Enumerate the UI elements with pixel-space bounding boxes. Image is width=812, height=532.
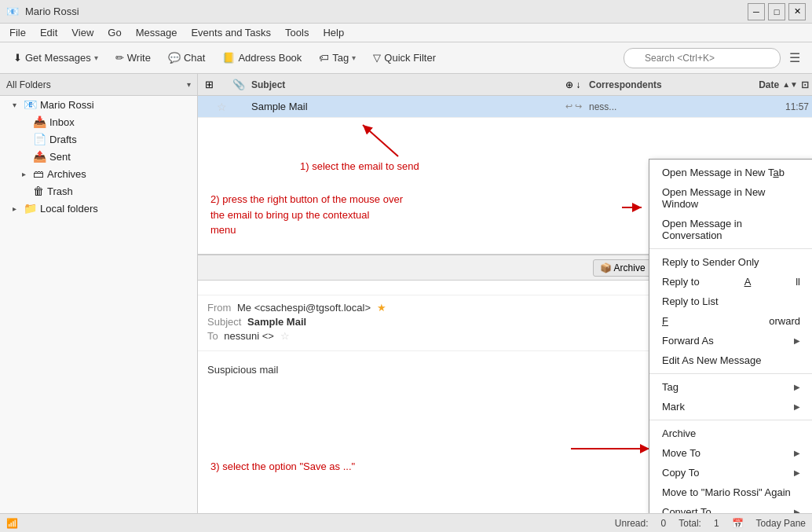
drafts-label: Drafts bbox=[49, 134, 77, 145]
archives-arrow[interactable]: ▸ bbox=[22, 170, 33, 178]
menu-edit[interactable]: Edit bbox=[34, 25, 64, 40]
col-subject-header[interactable]: Subject bbox=[248, 79, 565, 90]
ctx-edit-new-message[interactable]: Edit As New Message bbox=[649, 350, 812, 370]
ctx-forward-as[interactable]: Forward As ▶ bbox=[649, 331, 812, 350]
account-label: Mario Rossi bbox=[40, 99, 94, 111]
sidebar-item-inbox[interactable]: 📥 Inbox bbox=[0, 113, 197, 130]
account-icon: 📧 bbox=[24, 98, 37, 111]
menu-message[interactable]: Message bbox=[130, 25, 184, 40]
ctx-copy-to[interactable]: Copy To ▶ bbox=[649, 463, 812, 482]
ctx-move-mario-rossi[interactable]: Move to "Mario Rossi" Again bbox=[649, 482, 812, 502]
ctx-divider-3 bbox=[649, 420, 812, 420]
menu-go[interactable]: Go bbox=[101, 25, 127, 40]
write-icon: ✏ bbox=[115, 52, 124, 64]
inbox-icon: 📥 bbox=[33, 116, 46, 128]
minimize-button[interactable]: ─ bbox=[748, 3, 765, 20]
toolbar: ⬇ Get Messages ▾ ✏ Write 💬 Chat 📒 Addres… bbox=[0, 42, 812, 74]
inbox-label: Inbox bbox=[49, 116, 75, 128]
menu-view[interactable]: View bbox=[65, 25, 100, 40]
col-date-header[interactable]: Date ▲▼ ⊡ bbox=[746, 79, 809, 90]
menu-file[interactable]: File bbox=[3, 25, 32, 40]
status-bar: 📶 Unread: 0 Total: 1 📅 Today Pane bbox=[0, 513, 812, 532]
sidebar-collapse-arrow[interactable]: ▾ bbox=[187, 80, 191, 89]
main-layout: All Folders ▾ ▾ 📧 Mario Rossi 📥 Inbox 📄 … bbox=[0, 74, 812, 513]
subject-label: Subject bbox=[207, 316, 241, 328]
menu-events-tasks[interactable]: Events and Tasks bbox=[185, 25, 277, 40]
sidebar-item-trash[interactable]: 🗑 Trash bbox=[0, 182, 197, 200]
convert-to-arrow: ▶ bbox=[794, 508, 800, 513]
ctx-forward[interactable]: Forward bbox=[649, 311, 812, 331]
context-menu: Open Message in New Tab Open Message in … bbox=[649, 159, 812, 513]
address-book-button[interactable]: 📒 Address Book bbox=[215, 48, 309, 68]
ctx-open-new-window[interactable]: Open Message in New Window bbox=[649, 182, 812, 214]
search-container: 🔍 bbox=[624, 48, 781, 68]
to-star[interactable]: ☆ bbox=[280, 330, 290, 342]
from-label: From bbox=[207, 302, 231, 314]
star-icon[interactable]: ★ bbox=[377, 302, 386, 314]
archive-button[interactable]: 📦 Archive bbox=[593, 259, 653, 277]
sidebar-item-mario-rossi[interactable]: ▾ 📧 Mario Rossi bbox=[0, 96, 197, 113]
annotation-step3: 3) select the option "Save as ..." bbox=[210, 460, 355, 472]
sidebar-header: All Folders ▾ bbox=[0, 74, 197, 96]
email-correspondents: ness... bbox=[589, 101, 746, 112]
local-folders-arrow[interactable]: ▸ bbox=[13, 204, 24, 213]
archives-icon: 🗃 bbox=[33, 167, 44, 180]
ctx-reply-all[interactable]: Reply to All bbox=[649, 272, 812, 292]
mark-arrow: ▶ bbox=[794, 402, 800, 411]
ctx-open-conversation[interactable]: Open Message in Conversation bbox=[649, 214, 812, 245]
ctx-archive[interactable]: Archive bbox=[649, 424, 812, 443]
account-expand-arrow[interactable]: ▾ bbox=[13, 101, 24, 109]
annotation-step1-text: 1) select the email to send bbox=[300, 160, 419, 172]
email-star[interactable]: ☆ bbox=[217, 101, 232, 113]
svg-line-0 bbox=[363, 125, 398, 156]
trash-label: Trash bbox=[47, 185, 73, 197]
ctx-tag[interactable]: Tag ▶ bbox=[649, 377, 812, 397]
ctx-open-new-tab[interactable]: Open Message in New Tab bbox=[649, 163, 812, 182]
menu-tools[interactable]: Tools bbox=[279, 25, 315, 40]
tag-button[interactable]: 🏷 Tag ▾ bbox=[312, 48, 363, 68]
email-list: ☆ Sample Mail ↩ ↪ ness... 11:57 bbox=[198, 96, 812, 121]
sidebar-item-sent[interactable]: 📤 Sent bbox=[0, 148, 197, 165]
sent-icon: 📤 bbox=[33, 150, 46, 163]
menu-help[interactable]: Help bbox=[316, 25, 350, 40]
ctx-reply-list[interactable]: Reply to List bbox=[649, 292, 812, 311]
unread-count: 0 bbox=[661, 518, 667, 529]
search-input[interactable] bbox=[624, 48, 781, 68]
toolbar-menu-button[interactable]: ☰ bbox=[784, 47, 806, 69]
ctx-divider-2 bbox=[649, 373, 812, 374]
sidebar-item-local-folders[interactable]: ▸ 📁 Local folders bbox=[0, 200, 197, 217]
title-bar-left: 📧 Mario Rossi bbox=[6, 6, 79, 17]
unread-label: Unread: bbox=[615, 518, 649, 529]
close-button[interactable]: ✕ bbox=[788, 3, 806, 20]
sidebar-item-drafts[interactable]: 📄 Drafts bbox=[0, 130, 197, 148]
sent-label: Sent bbox=[49, 151, 71, 163]
menu-bar: File Edit View Go Message Events and Tas… bbox=[0, 24, 812, 42]
write-button[interactable]: ✏ Write bbox=[108, 48, 158, 68]
quick-filter-button[interactable]: ▽ Quick Filter bbox=[366, 48, 443, 68]
col-correspondents-header[interactable]: Correspondents bbox=[589, 79, 746, 90]
ctx-convert-to[interactable]: Convert To ▶ bbox=[649, 502, 812, 513]
chat-icon: 💬 bbox=[168, 52, 181, 64]
forward-as-arrow: ▶ bbox=[794, 336, 800, 345]
ctx-move-to[interactable]: Move To ▶ bbox=[649, 443, 812, 463]
email-row[interactable]: ☆ Sample Mail ↩ ↪ ness... 11:57 bbox=[198, 96, 812, 118]
tag-dropdown-arrow[interactable]: ▾ bbox=[352, 53, 356, 62]
get-messages-dropdown-arrow[interactable]: ▾ bbox=[94, 53, 98, 62]
filter-icon: ▽ bbox=[373, 52, 381, 64]
chat-button[interactable]: 💬 Chat bbox=[161, 48, 212, 68]
today-pane-icon: 📅 bbox=[732, 518, 744, 529]
sidebar-item-archives[interactable]: ▸ 🗃 Archives bbox=[0, 165, 197, 182]
wifi-icon: 📶 bbox=[6, 518, 18, 529]
title-bar-username: Mario Rossi bbox=[25, 6, 79, 17]
maximize-button[interactable]: □ bbox=[768, 3, 785, 20]
title-bar-controls: ─ □ ✕ bbox=[748, 3, 806, 20]
title-bar: 📧 Mario Rossi ─ □ ✕ bbox=[0, 0, 812, 24]
ctx-mark[interactable]: Mark ▶ bbox=[649, 397, 812, 416]
get-messages-button[interactable]: ⬇ Get Messages ▾ bbox=[6, 48, 105, 68]
email-subject: Sample Mail bbox=[248, 101, 565, 112]
tag-icon: 🏷 bbox=[319, 52, 329, 64]
ctx-reply-sender[interactable]: Reply to Sender Only bbox=[649, 252, 812, 272]
archive-icon: 📦 bbox=[600, 262, 612, 273]
archives-label: Archives bbox=[47, 168, 86, 180]
drafts-icon: 📄 bbox=[33, 133, 46, 145]
